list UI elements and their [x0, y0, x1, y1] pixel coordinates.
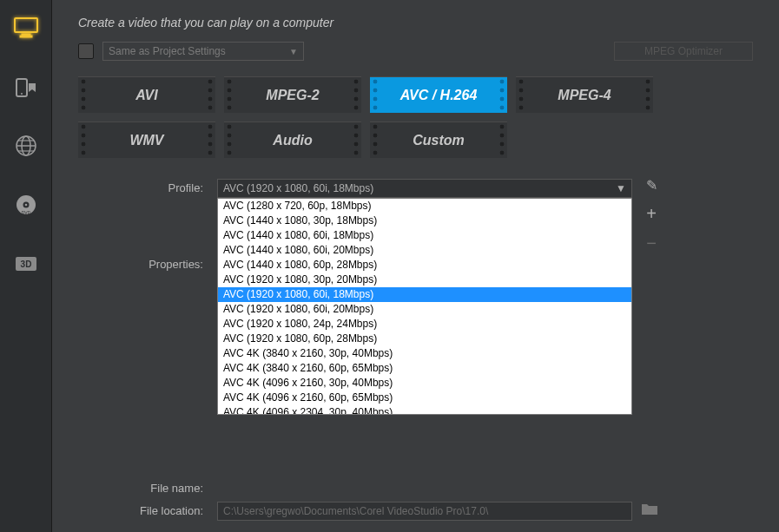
add-profile-icon[interactable]: +	[646, 205, 657, 222]
remove-profile-icon[interactable]: −	[646, 234, 657, 252]
profile-option-selected[interactable]: AVC (1920 x 1080, 60i, 18Mbps)	[218, 287, 631, 302]
profile-option[interactable]: AVC 4K (3840 x 2160, 60p, 65Mbps)	[218, 361, 631, 376]
file-location-input[interactable]: C:\Users\gregwo\Documents\Corel VideoStu…	[217, 502, 632, 521]
profile-option[interactable]: AVC (1920 x 1080, 60p, 28Mbps)	[218, 332, 631, 346]
svg-rect-2	[20, 36, 32, 37]
filelocation-label: File location:	[78, 502, 217, 517]
profile-option[interactable]: AVC (1280 x 720, 60p, 18Mbps)	[218, 199, 631, 213]
format-avc[interactable]: AVC / H.264	[370, 76, 507, 113]
profile-option[interactable]: AVC (1920 x 1080, 30p, 20Mbps)	[218, 273, 631, 287]
format-audio[interactable]: Audio	[224, 122, 361, 158]
chevron-down-icon: ▼	[289, 47, 298, 56]
profile-selected-value: AVC (1920 x 1080, 60i, 18Mbps)	[223, 182, 373, 194]
profile-option[interactable]: AVC 4K (4096 x 2160, 60p, 65Mbps)	[218, 391, 631, 405]
sidebar-disc[interactable]: DVD	[9, 187, 43, 222]
same-as-project-checkbox[interactable]	[78, 43, 94, 59]
profile-label: Profile:	[78, 179, 217, 194]
browse-folder-icon[interactable]	[641, 502, 658, 519]
profile-option[interactable]: AVC 4K (4096 x 2304, 30p, 40Mbps)	[218, 405, 631, 415]
format-mpeg2[interactable]: MPEG-2	[224, 76, 361, 113]
profile-option[interactable]: AVC (1440 x 1080, 60i, 18Mbps)	[218, 228, 631, 243]
svg-rect-0	[15, 18, 37, 32]
sidebar-3d[interactable]: 3D	[9, 246, 43, 281]
file-location-value: C:\Users\gregwo\Documents\Corel VideoStu…	[223, 505, 488, 517]
properties-label: Properties:	[78, 255, 217, 271]
project-settings-select: Same as Project Settings ▼	[102, 42, 304, 61]
svg-point-4	[21, 93, 23, 95]
sidebar-computer[interactable]	[9, 10, 43, 45]
format-mpeg4[interactable]: MPEG-4	[516, 76, 653, 113]
svg-text:DVD: DVD	[21, 210, 30, 215]
project-settings-label: Same as Project Settings	[109, 45, 226, 57]
svg-text:3D: 3D	[20, 259, 31, 269]
format-avi[interactable]: AVI	[78, 76, 215, 113]
format-custom[interactable]: Custom	[370, 122, 507, 158]
edit-profile-icon[interactable]: ✎	[646, 179, 657, 193]
format-wmv[interactable]: WMV	[78, 122, 215, 158]
profile-option[interactable]: AVC (1440 x 1080, 60i, 20Mbps)	[218, 243, 631, 258]
svg-point-12	[24, 204, 27, 207]
filename-label: File name:	[78, 479, 217, 495]
format-grid: AVI MPEG-2 AVC / H.264 MPEG-4 WMV Audio …	[78, 76, 669, 158]
profile-option[interactable]: AVC (1920 x 1080, 60i, 20Mbps)	[218, 302, 631, 317]
profile-option[interactable]: AVC (1440 x 1080, 60p, 28Mbps)	[218, 258, 631, 273]
profile-option[interactable]: AVC 4K (3840 x 2160, 30p, 40Mbps)	[218, 346, 631, 361]
mpeg-optimizer-button: MPEG Optimizer	[614, 42, 753, 61]
profile-option[interactable]: AVC 4K (4096 x 2160, 30p, 40Mbps)	[218, 376, 631, 391]
profile-option[interactable]: AVC (1440 x 1080, 30p, 18Mbps)	[218, 213, 631, 228]
chevron-down-icon: ▼	[616, 182, 626, 194]
profile-option[interactable]: AVC (1920 x 1080, 24p, 24Mbps)	[218, 317, 631, 332]
page-heading: Create a video that you can play on a co…	[78, 16, 753, 30]
profile-dropdown[interactable]: AVC (1280 x 720, 60p, 18Mbps) AVC (1440 …	[217, 198, 632, 415]
sidebar-web[interactable]	[9, 128, 43, 163]
sidebar-device[interactable]	[9, 69, 43, 104]
profile-select[interactable]: AVC (1920 x 1080, 60i, 18Mbps) ▼	[217, 179, 632, 198]
